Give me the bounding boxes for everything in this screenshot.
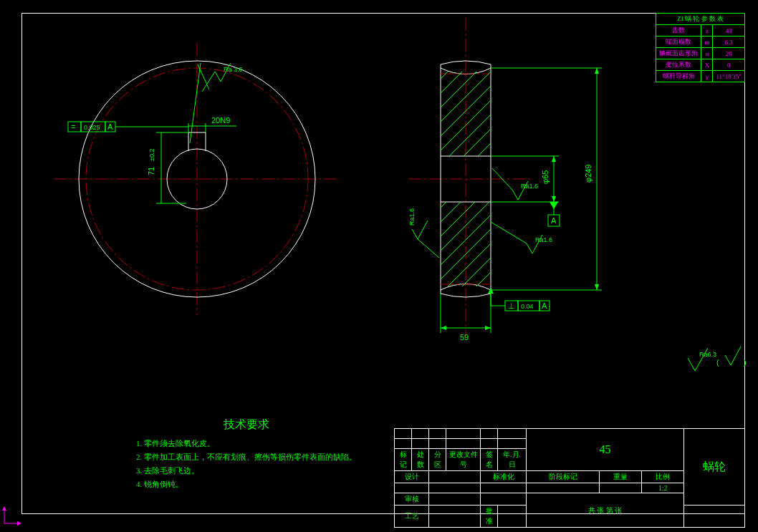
svg-text:Ra1.6: Ra1.6	[535, 236, 552, 243]
svg-marker-65	[552, 196, 556, 202]
svg-line-30	[426, 7, 512, 93]
title-block: 45 蜗轮 标记处数 分区更改文件号 签名年.月.日 设计 标准化 阶段标记重量…	[394, 428, 745, 514]
svg-text:0.04: 0.04	[521, 303, 534, 310]
svg-line-34	[426, 7, 570, 150]
svg-marker-91	[17, 521, 21, 526]
tech-requirements: 技术要求 1. 零件须去除氧化皮。 2. 零件加工表面上，不应有划痕、擦伤等损伤…	[136, 417, 357, 493]
svg-text:Ra 3.6: Ra 3.6	[224, 66, 243, 73]
surface-ra-lower: Ra1.6	[491, 222, 552, 253]
svg-marker-54	[441, 326, 446, 330]
datum-a: A	[548, 202, 560, 226]
svg-text:Ra6.3: Ra6.3	[699, 351, 716, 358]
svg-text:⊥: ⊥	[508, 301, 515, 310]
dim-phi249: φ249	[584, 165, 593, 183]
fcf-perp: ⊥ 0.04 A	[488, 288, 550, 311]
svg-line-31	[426, 7, 527, 107]
svg-marker-64	[552, 156, 556, 162]
svg-marker-67	[550, 202, 558, 209]
parameter-table: ZI 蜗 轮 参 数 表 齿数z43 端面模数m6.3 轴截面齿形角α20 变位…	[656, 13, 745, 82]
surface-ra-left: Ra1.6	[408, 208, 439, 258]
svg-line-75	[418, 239, 439, 258]
svg-marker-60	[595, 284, 599, 290]
svg-line-36	[426, 7, 598, 179]
dim-59: 59	[460, 333, 469, 342]
svg-text:): )	[744, 358, 747, 367]
svg-line-73	[491, 222, 527, 243]
svg-text:A: A	[107, 122, 113, 131]
surface-ra-mid: Ra1.6	[492, 168, 538, 200]
svg-line-39	[426, 7, 641, 222]
surface-global: Ra6.3	[688, 348, 716, 371]
svg-text:A: A	[551, 216, 557, 225]
svg-marker-89	[2, 506, 6, 511]
svg-line-43	[426, 7, 670, 251]
svg-line-35	[426, 7, 584, 165]
svg-text:±0.2: ±0.2	[148, 149, 155, 161]
surface-paren: ( )	[716, 347, 747, 367]
svg-text:Ra1.6: Ra1.6	[408, 208, 416, 226]
svg-text:0.025: 0.025	[84, 124, 100, 131]
ucs-icon	[1, 505, 23, 526]
svg-marker-59	[595, 68, 599, 74]
fcf-runout: = 0.025 A	[68, 122, 188, 132]
svg-marker-55	[485, 326, 491, 330]
svg-text:=: =	[71, 122, 75, 131]
dim-key-width: 20N9	[211, 116, 230, 125]
svg-text:(: (	[716, 358, 719, 367]
dim-phi65: φ65	[541, 170, 550, 184]
svg-text:Ra1.6: Ra1.6	[521, 183, 538, 190]
svg-line-22	[190, 63, 201, 143]
svg-text:A: A	[542, 301, 547, 310]
front-view: 20N9 = 0.025 A 71 ±0.2 Ra 3.6	[54, 43, 340, 315]
dim-71: 71	[147, 167, 155, 175]
svg-line-41	[426, 7, 641, 222]
svg-line-32	[426, 7, 541, 122]
